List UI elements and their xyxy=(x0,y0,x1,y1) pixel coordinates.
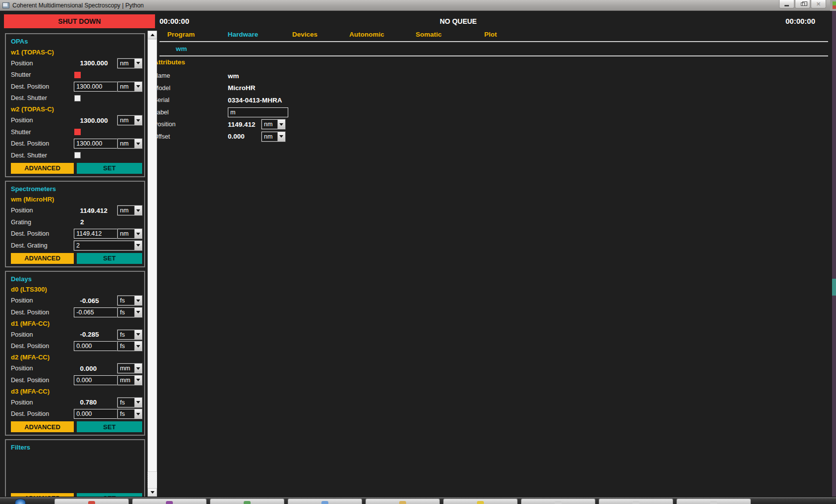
tab-hardware[interactable]: Hardware xyxy=(212,31,274,40)
unit-dropdown[interactable]: nm xyxy=(117,205,142,215)
taskbar-app-purple[interactable] xyxy=(132,499,207,504)
taskbar-app-folder[interactable] xyxy=(366,499,440,504)
set-button[interactable]: SET xyxy=(77,493,142,497)
subtab-wm[interactable]: wm xyxy=(176,45,187,52)
unit-dropdown[interactable]: nm xyxy=(117,115,142,125)
dest-grating-select[interactable]: 2 xyxy=(74,241,142,251)
unit-dropdown-value: nm xyxy=(118,139,134,148)
dest-shutter-checkbox[interactable] xyxy=(74,95,81,101)
tab-somatic[interactable]: Somatic xyxy=(398,31,460,40)
taskbar-app-yellow[interactable] xyxy=(443,499,518,504)
restore-icon xyxy=(801,2,805,6)
scrollbar-thumb[interactable] xyxy=(148,39,157,472)
set-button[interactable]: SET xyxy=(77,253,142,264)
chevron-down-icon[interactable] xyxy=(134,308,142,317)
chevron-down-icon[interactable] xyxy=(134,409,142,418)
chevron-down-icon[interactable] xyxy=(134,342,142,351)
dest-position-input[interactable] xyxy=(74,375,117,385)
scroll-down-icon xyxy=(151,491,155,494)
sidebar-row-label: Position xyxy=(11,297,74,304)
scroll-down-button[interactable] xyxy=(148,488,157,497)
tab-program[interactable]: Program xyxy=(150,31,212,40)
taskbar-app-gray2[interactable] xyxy=(599,499,673,504)
advanced-button[interactable]: ADVANCED xyxy=(11,253,74,264)
unit-dropdown[interactable]: nm xyxy=(117,139,142,149)
taskbar-app-gray3[interactable] xyxy=(677,499,751,504)
chevron-down-icon[interactable] xyxy=(134,82,142,91)
label-input[interactable] xyxy=(228,107,288,117)
dest-position-input[interactable] xyxy=(74,307,117,317)
background-window-teal-block xyxy=(832,279,836,296)
dest-position-input[interactable] xyxy=(74,82,117,92)
minimize-button[interactable] xyxy=(779,0,794,8)
chevron-down-icon[interactable] xyxy=(134,116,142,125)
sidebar-row-position: Position1149.412nm xyxy=(11,205,142,217)
section-header: wm (MicroHR) xyxy=(11,194,142,205)
unit-dropdown[interactable]: mm xyxy=(117,363,142,373)
chevron-down-icon[interactable] xyxy=(134,376,142,385)
background-window-edge xyxy=(832,11,836,497)
restore-button[interactable] xyxy=(795,0,810,8)
sidebar-row-grating: Grating2 xyxy=(11,216,142,228)
set-button[interactable]: SET xyxy=(77,163,142,174)
chevron-down-icon[interactable] xyxy=(134,330,142,339)
chevron-down-glyph xyxy=(136,300,140,302)
attribute-value: MicroHR xyxy=(228,84,261,92)
group-opas: OPAsw1 (TOPAS-C)Position1300.000nmShutte… xyxy=(5,33,145,177)
chevron-down-glyph xyxy=(136,143,140,145)
dest-position-input[interactable] xyxy=(74,229,117,239)
unit-dropdown[interactable]: nm xyxy=(117,58,142,68)
chevron-down-icon[interactable] xyxy=(134,296,142,305)
sidebar-row-shutter: Shutter xyxy=(11,126,142,138)
start-button[interactable] xyxy=(15,499,26,504)
shut-down-button[interactable]: SHUT DOWN xyxy=(4,14,155,28)
attributes-panel: Attributes NamewmModelMicroHRSerial0334-… xyxy=(154,58,451,143)
chevron-down-icon[interactable] xyxy=(134,241,142,250)
taskbar-app-gray1[interactable] xyxy=(521,499,595,504)
unit-dropdown[interactable]: mm xyxy=(117,375,142,385)
chevron-down-icon[interactable] xyxy=(277,120,285,129)
unit-dropdown-value: mm xyxy=(118,364,134,373)
unit-dropdown[interactable]: nm xyxy=(117,82,142,92)
advanced-button[interactable]: ADVANCED xyxy=(11,421,74,432)
unit-dropdown[interactable]: fs xyxy=(117,341,142,351)
dest-shutter-checkbox[interactable] xyxy=(74,152,81,158)
unit-dropdown[interactable]: fs xyxy=(117,398,142,407)
taskbar-app-green[interactable] xyxy=(210,499,284,504)
sidebar-scrollbar[interactable] xyxy=(148,31,157,497)
unit-dropdown[interactable]: nm xyxy=(261,119,285,129)
taskbar-app-red[interactable] xyxy=(54,499,129,504)
tab-plot[interactable]: Plot xyxy=(460,31,522,40)
chevron-down-glyph xyxy=(136,311,140,313)
taskbar-app-window[interactable] xyxy=(288,499,362,504)
dest-position-input[interactable] xyxy=(74,139,117,149)
advanced-button[interactable]: ADVANCED xyxy=(11,163,74,174)
subtab-separator-line xyxy=(159,55,828,56)
chevron-down-icon[interactable] xyxy=(134,398,142,407)
unit-dropdown[interactable]: fs xyxy=(117,296,142,305)
unit-dropdown[interactable]: nm xyxy=(261,132,285,142)
tab-autonomic[interactable]: Autonomic xyxy=(336,31,398,40)
unit-dropdown[interactable]: fs xyxy=(117,307,142,317)
scrollbar-track[interactable] xyxy=(148,472,157,488)
set-button[interactable]: SET xyxy=(77,421,142,432)
unit-dropdown[interactable]: nm xyxy=(117,229,142,239)
chevron-down-icon[interactable] xyxy=(134,59,142,68)
unit-dropdown-value: 2 xyxy=(74,241,134,250)
scroll-up-button[interactable] xyxy=(148,31,157,39)
value-column: 0.000 xyxy=(74,365,118,372)
group-delays: Delaysd0 (LTS300)Position-0.065fsDest. P… xyxy=(5,271,145,436)
unit-dropdown[interactable]: fs xyxy=(117,409,142,419)
chevron-down-icon[interactable] xyxy=(134,139,142,148)
chevron-down-icon[interactable] xyxy=(277,132,285,141)
tab-devices[interactable]: Devices xyxy=(274,31,336,40)
unit-dropdown[interactable]: fs xyxy=(117,330,142,340)
dest-position-input[interactable] xyxy=(74,409,117,419)
close-button[interactable]: ✕ xyxy=(811,0,826,8)
chevron-down-icon[interactable] xyxy=(134,206,142,215)
chevron-down-icon[interactable] xyxy=(134,364,142,373)
advanced-button[interactable]: ADVANCED xyxy=(11,493,74,497)
dest-position-input[interactable] xyxy=(74,341,117,351)
attribute-label: Model xyxy=(154,85,228,92)
chevron-down-icon[interactable] xyxy=(134,229,142,238)
